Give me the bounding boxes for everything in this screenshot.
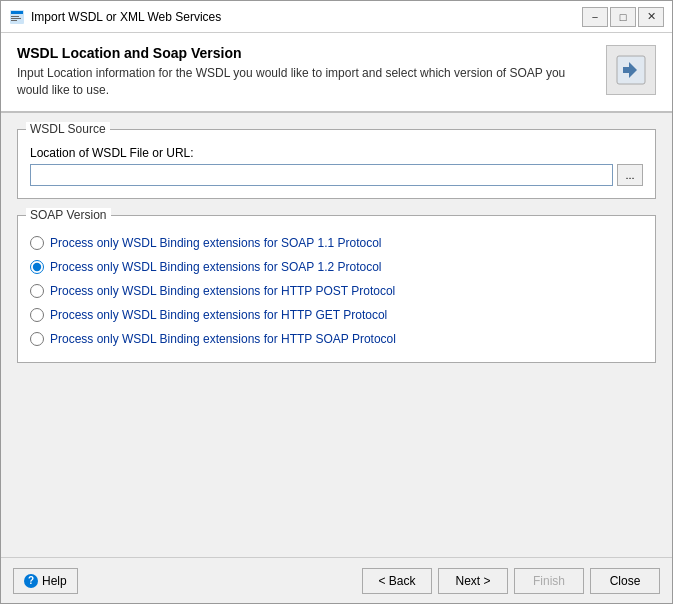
soap11-option[interactable]: Process only WSDL Binding extensions for… xyxy=(30,236,643,250)
title-bar: Import WSDL or XML Web Services − □ ✕ xyxy=(1,1,672,33)
wsdl-source-content: Location of WSDL File or URL: ... xyxy=(30,146,643,186)
http-post-option[interactable]: Process only WSDL Binding extensions for… xyxy=(30,284,643,298)
http-post-radio[interactable] xyxy=(30,284,44,298)
http-post-label: Process only WSDL Binding extensions for… xyxy=(50,284,395,298)
soap11-radio[interactable] xyxy=(30,236,44,250)
svg-rect-1 xyxy=(11,11,23,14)
help-icon: ? xyxy=(24,574,38,588)
minimize-button[interactable]: − xyxy=(582,7,608,27)
wsdl-source-label: WSDL Source xyxy=(26,122,110,136)
browse-button[interactable]: ... xyxy=(617,164,643,186)
header-description: Input Location information for the WSDL … xyxy=(17,65,577,99)
header-title: WSDL Location and Soap Version xyxy=(17,45,596,61)
soap11-label: Process only WSDL Binding extensions for… xyxy=(50,236,382,250)
svg-rect-2 xyxy=(11,16,19,17)
soap12-label: Process only WSDL Binding extensions for… xyxy=(50,260,382,274)
soap-radio-group: Process only WSDL Binding extensions for… xyxy=(30,232,643,350)
window-title: Import WSDL or XML Web Services xyxy=(31,10,582,24)
close-window-button[interactable]: ✕ xyxy=(638,7,664,27)
window-controls: − □ ✕ xyxy=(582,7,664,27)
soap12-radio[interactable] xyxy=(30,260,44,274)
soap-version-group: SOAP Version Process only WSDL Binding e… xyxy=(17,215,656,363)
window-icon xyxy=(9,9,25,25)
import-arrow-icon xyxy=(615,54,647,86)
content-area: WSDL Source Location of WSDL File or URL… xyxy=(1,113,672,557)
main-window: Import WSDL or XML Web Services − □ ✕ WS… xyxy=(0,0,673,604)
restore-button[interactable]: □ xyxy=(610,7,636,27)
http-get-radio[interactable] xyxy=(30,308,44,322)
finish-button[interactable]: Finish xyxy=(514,568,584,594)
footer: ? Help < Back Next > Finish Close xyxy=(1,557,672,603)
help-label: Help xyxy=(42,574,67,588)
soap12-option[interactable]: Process only WSDL Binding extensions for… xyxy=(30,260,643,274)
http-get-label: Process only WSDL Binding extensions for… xyxy=(50,308,387,322)
http-get-option[interactable]: Process only WSDL Binding extensions for… xyxy=(30,308,643,322)
header-panel: WSDL Location and Soap Version Input Loc… xyxy=(1,33,672,113)
footer-right: < Back Next > Finish Close xyxy=(362,568,660,594)
close-button[interactable]: Close xyxy=(590,568,660,594)
http-soap-label: Process only WSDL Binding extensions for… xyxy=(50,332,396,346)
svg-rect-4 xyxy=(11,20,17,21)
http-soap-radio[interactable] xyxy=(30,332,44,346)
header-text: WSDL Location and Soap Version Input Loc… xyxy=(17,45,596,99)
back-button[interactable]: < Back xyxy=(362,568,432,594)
soap-version-label: SOAP Version xyxy=(26,208,111,222)
next-button[interactable]: Next > xyxy=(438,568,508,594)
wsdl-location-row: ... xyxy=(30,164,643,186)
footer-left: ? Help xyxy=(13,568,78,594)
help-button[interactable]: ? Help xyxy=(13,568,78,594)
wsdl-location-label: Location of WSDL File or URL: xyxy=(30,146,643,160)
soap-version-content: Process only WSDL Binding extensions for… xyxy=(30,232,643,350)
wsdl-location-input[interactable] xyxy=(30,164,613,186)
svg-rect-3 xyxy=(11,18,21,19)
wsdl-source-group: WSDL Source Location of WSDL File or URL… xyxy=(17,129,656,199)
http-soap-option[interactable]: Process only WSDL Binding extensions for… xyxy=(30,332,643,346)
header-icon-box xyxy=(606,45,656,95)
